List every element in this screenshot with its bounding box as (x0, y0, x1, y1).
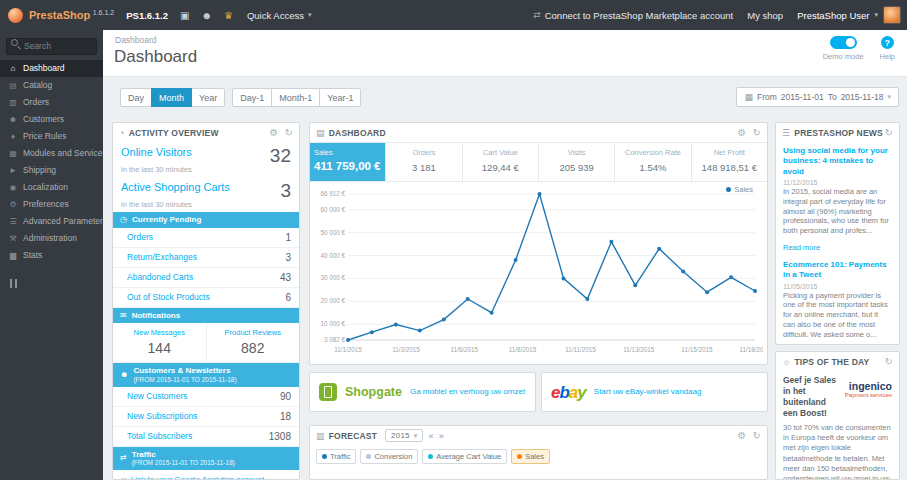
sidebar-item-orders[interactable]: ▥ Orders (0, 94, 103, 111)
news-article-date: 11/05/2015 (783, 283, 892, 290)
chart-legend[interactable]: Sales (726, 185, 753, 194)
forecast-legend-traffic[interactable]: Traffic (316, 449, 356, 464)
forecast-legend-sales[interactable]: Sales (511, 449, 550, 464)
return-exchanges-link[interactable]: Return/Exchanges (127, 252, 197, 262)
kpi-net-profit[interactable]: Net Profit 148 918,51 € (692, 143, 767, 181)
sidebar-item-catalog[interactable]: ▤ Catalog (0, 77, 103, 94)
refresh-icon[interactable]: ↻ (752, 127, 761, 138)
sidebar-item-shipping[interactable]: ► Shipping (0, 162, 103, 179)
sales-chart-area: Sales 66 912 €60 000 €50 000 €40 000 €30… (310, 182, 767, 360)
sidebar-item-preferences[interactable]: ⚙ Preferences (0, 196, 103, 213)
new-subscriptions-row: New Subscriptions 18 (113, 407, 299, 427)
range-button-year-1[interactable]: Year-1 (319, 88, 361, 107)
traffic-header: ⇄ Traffic (FROM 2015-11-01 TO 2015-11-18… (113, 447, 299, 470)
kpi-orders[interactable]: Orders 3 181 (386, 143, 462, 181)
legend-dot (726, 187, 731, 192)
news-article-title-link[interactable]: Using social media for your business: 4 … (783, 146, 892, 177)
product-reviews-cell[interactable]: Product Reviews 882 (206, 323, 300, 362)
date-range-picker[interactable]: ▦ From 2015-11-01 To 2015-11-18 ▾ (736, 87, 899, 107)
svg-text:11/15/2015: 11/15/2015 (681, 346, 713, 353)
kpi-sales[interactable]: Sales 411 759,00 € (310, 143, 386, 181)
svg-text:60 000 €: 60 000 € (320, 206, 345, 213)
range-button-day[interactable]: Day (120, 88, 152, 107)
date-from-label: From (757, 92, 777, 102)
refresh-icon[interactable]: ↻ (284, 127, 293, 138)
range-button-month[interactable]: Month (151, 88, 192, 107)
sidebar-item-dashboard[interactable]: ⌂ Dashboard (0, 60, 103, 77)
trophy-icon[interactable]: ♛ (224, 10, 233, 21)
total-subscribers-link[interactable]: Total Subscribers (127, 431, 192, 441)
sidebar-item-customers[interactable]: ☻ Customers (0, 111, 103, 128)
pending-orders-link[interactable]: Orders (127, 232, 153, 242)
tips-of-the-day-panel: ☼ TIPS OF THE DAY ↻ Geef je Sales in het… (775, 351, 900, 480)
svg-text:10 000 €: 10 000 € (320, 320, 345, 327)
person-icon[interactable]: ☻ (201, 10, 212, 21)
tip-heading: Geef je Sales in het buitenland een Boos… (783, 375, 840, 419)
out-of-stock-link[interactable]: Out of Stock Products (127, 292, 210, 302)
new-customers-link[interactable]: New Customers (127, 391, 187, 401)
my-shop-link[interactable]: My shop (747, 10, 783, 21)
abandoned-carts-link[interactable]: Abandoned Carts (127, 272, 193, 282)
shopgate-logo: Shopgate (345, 385, 402, 399)
google-analytics-link[interactable]: Link to your Google Analytics account (131, 475, 264, 480)
ebay-link[interactable]: Start uw eBay-winkel vandaag (594, 387, 702, 397)
svg-text:11/11/2015: 11/11/2015 (565, 346, 596, 353)
next-year-button[interactable]: » (439, 431, 444, 441)
active-carts-metric: Active Shopping Carts 3 in the last 30 m… (113, 177, 299, 212)
read-more-link[interactable]: Read more (783, 243, 820, 252)
quick-access-menu[interactable]: Quick Access ▾ (247, 10, 312, 21)
range-button-month-1[interactable]: Month-1 (271, 88, 320, 107)
shopgate-link[interactable]: Ga mobiel en verhoog uw omzet (410, 387, 525, 397)
marketplace-link[interactable]: ⇄ Connect to PrestaShop Marketplace acco… (533, 10, 733, 21)
online-visitors-link[interactable]: Online Visitors (121, 146, 192, 158)
topbar-right: ⇄ Connect to PrestaShop Marketplace acco… (533, 6, 907, 24)
kpi-visits[interactable]: Visits 205 939 (539, 143, 615, 181)
forecast-legend-average-cart-value[interactable]: Average Cart Value (422, 449, 507, 464)
previous-year-button[interactable]: « (428, 431, 433, 441)
news-article-title-link[interactable]: Ecommerce 101: Payments in a Tweet (783, 260, 892, 281)
refresh-icon[interactable]: ↻ (752, 430, 761, 441)
sidebar-item-modules[interactable]: ▦ Modules and Services (0, 145, 103, 162)
shipping-icon: ► (8, 166, 18, 175)
new-customers-value: 90 (280, 391, 291, 402)
forecast-legend-conversion[interactable]: Conversion (360, 449, 418, 464)
sidebar-item-stats[interactable]: ▆ Stats (0, 247, 103, 264)
shopgate-icon (319, 383, 337, 401)
calendar-icon: ▦ (744, 92, 753, 102)
search-input[interactable] (6, 38, 97, 55)
out-of-stock-value: 6 (285, 292, 291, 303)
gear-icon[interactable]: ⚙ (269, 127, 278, 138)
prestashop-logo[interactable]: PrestaShop 1.6.1.2 (29, 9, 114, 21)
sidebar-item-administration[interactable]: ⚒ Administration (0, 230, 103, 247)
kpi-conversion-rate[interactable]: Conversion Rate 1.54% (615, 143, 691, 181)
new-subscriptions-link[interactable]: New Subscriptions (127, 411, 197, 421)
shop-name-link[interactable]: PS1.6.1.2 (126, 10, 168, 21)
gear-icon[interactable]: ⚙ (737, 430, 746, 441)
kpi-cart-value[interactable]: Cart Value 129,44 € (463, 143, 539, 181)
chevron-down-icon: ▾ (414, 432, 418, 440)
collapse-menu-icon[interactable] (10, 274, 103, 292)
breadcrumb[interactable]: Dashboard (115, 35, 157, 45)
chevron-down-icon: ▾ (874, 11, 878, 19)
help-icon[interactable]: ? (881, 36, 894, 49)
range-button-year[interactable]: Year (191, 88, 225, 107)
sidebar-item-advanced-parameters[interactable]: ☰ Advanced Parameters (0, 213, 103, 230)
customers-icon: ☻ (8, 115, 18, 124)
range-button-day-1[interactable]: Day-1 (232, 88, 272, 107)
modules-icon: ▦ (8, 149, 18, 158)
user-menu[interactable]: PrestaShop User ▾ (797, 6, 901, 24)
panel-title: DASHBOARD (329, 128, 386, 138)
forecast-year-select[interactable]: 2015 ▾ (385, 429, 423, 442)
refresh-icon[interactable]: ↻ (884, 356, 893, 367)
page-title: Dashboard (114, 47, 197, 67)
new-messages-cell[interactable]: New Messages 144 (113, 323, 206, 362)
cart-icon[interactable]: ▣ (180, 10, 189, 21)
demo-mode-toggle[interactable] (830, 36, 857, 49)
active-carts-link[interactable]: Active Shopping Carts (121, 181, 230, 193)
sidebar-item-localization[interactable]: ◉ Localization (0, 179, 103, 196)
gear-icon[interactable]: ⚙ (737, 127, 746, 138)
refresh-icon[interactable]: ↻ (884, 127, 893, 138)
sidebar: ⌂ Dashboard ▤ Catalog ▥ Orders ☻ Custome… (0, 30, 103, 480)
svg-text:11/8/2015: 11/8/2015 (509, 346, 537, 353)
sidebar-item-price-rules[interactable]: ♦ Price Rules (0, 128, 103, 145)
